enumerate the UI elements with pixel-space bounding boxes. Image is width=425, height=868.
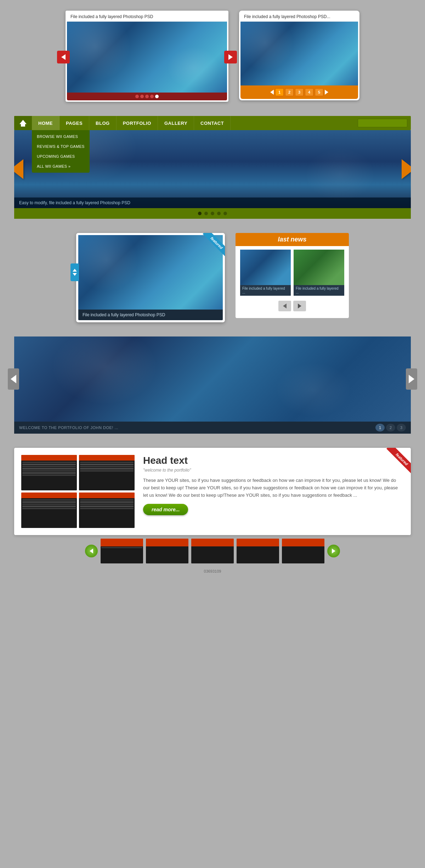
portfolio-ribbon: featured — [375, 448, 411, 483]
ss-line — [22, 508, 76, 509]
slider2-title: File included a fully layered Photoshop … — [240, 12, 358, 22]
nav-container: HOME PAGES BLOG PORTFOLIO GALLERY CONTAC… — [14, 116, 411, 219]
ss-line — [80, 470, 134, 472]
slider2-page-2[interactable]: 2 — [285, 88, 294, 96]
featured-slider: featured File included a fully layered P… — [76, 233, 225, 322]
nav-item-pages[interactable]: PAGES — [60, 116, 89, 130]
thumb-4-content — [237, 543, 279, 563]
featured-wrapper: featured File included a fully layered P… — [76, 233, 225, 322]
slider1-dot-5[interactable] — [155, 95, 159, 98]
nav-item-contact[interactable]: CONTACT — [194, 116, 231, 130]
wide-slider-prev-button[interactable] — [8, 368, 19, 390]
next-arrow-icon — [228, 54, 233, 60]
slider1-dot-4[interactable] — [150, 95, 154, 98]
dropdown-item-1[interactable]: BROWSE WII GAMES — [32, 132, 90, 141]
slider2-pagination: 1 2 3 4 5 — [240, 85, 358, 99]
ss-line — [80, 501, 134, 503]
ss-line — [80, 506, 134, 507]
ss-line — [80, 464, 134, 465]
nav-dot-2[interactable] — [204, 212, 208, 215]
nav-dot-4[interactable] — [217, 212, 221, 215]
slider2-page-1[interactable]: 1 — [275, 88, 284, 96]
wide-prev-icon — [11, 375, 16, 383]
slider1-title: File included a fully layered Photoshop … — [67, 12, 227, 22]
nav-prev-button[interactable] — [14, 159, 23, 179]
featured-prev-next-button[interactable] — [70, 263, 79, 281]
featured-ribbon: featured — [193, 233, 225, 265]
ctrl-down-icon — [73, 273, 77, 276]
nav-item-blog[interactable]: BLOG — [89, 116, 117, 130]
news-next-button[interactable] — [293, 301, 306, 311]
nav-search-input[interactable] — [358, 119, 407, 127]
thumb-1[interactable] — [101, 539, 143, 563]
screenshot-4[interactable] — [79, 493, 135, 528]
ctrl-up-icon — [73, 269, 77, 272]
slider2-page-4[interactable]: 4 — [305, 88, 313, 96]
screenshot-3[interactable] — [21, 493, 77, 528]
slider1-dot-3[interactable] — [145, 95, 149, 98]
thumb-2[interactable] — [146, 539, 188, 563]
news-thumbs: File included a fully layered ... File i… — [240, 250, 344, 296]
portfolio-text: Head text "welcome to the portfolio" The… — [143, 455, 404, 515]
slider1-dot-2[interactable] — [140, 95, 144, 98]
nav-item-gallery[interactable]: GALLERY — [158, 116, 194, 130]
thumb-2-content — [146, 543, 188, 563]
nav-home-button[interactable] — [14, 116, 32, 130]
ss-line — [80, 462, 134, 463]
nav-dot-5[interactable] — [223, 212, 227, 215]
last-news-wrapper: last news File included a fully layered … — [236, 233, 349, 318]
news-thumb-2-caption: File included a fully layered ... — [294, 285, 344, 296]
slider1-prev-button[interactable] — [57, 51, 70, 63]
row2-navigation: HOME PAGES BLOG PORTFOLIO GALLERY CONTAC… — [14, 116, 411, 219]
ss-line — [80, 503, 134, 505]
portfolio-body-text: These are YOUR sites, so if you have sug… — [143, 477, 404, 499]
screenshot-3-content — [21, 498, 77, 528]
thumb-header — [191, 543, 234, 546]
thumbs-prev-button[interactable] — [85, 545, 98, 557]
screenshot-2-content — [79, 461, 135, 490]
news-prev-button[interactable] — [278, 301, 291, 311]
dropdown-item-2[interactable]: REVIEWS & TOP GAMES — [32, 141, 90, 151]
nav-dots — [14, 208, 411, 219]
thumb-4[interactable] — [237, 539, 279, 563]
screenshot-1[interactable] — [21, 455, 77, 490]
wide-page-3[interactable]: 3 — [397, 424, 406, 432]
last-news-title: last news — [278, 236, 306, 243]
portfolio-ribbon-text: featured — [386, 448, 411, 475]
screenshot-2[interactable] — [79, 455, 135, 490]
slider2-page-5[interactable]: 5 — [315, 88, 323, 96]
slider2-next-button[interactable] — [325, 90, 328, 95]
slider2-prev-button[interactable] — [270, 90, 274, 95]
nav-bar: HOME PAGES BLOG PORTFOLIO GALLERY CONTAC… — [14, 116, 411, 130]
nav-search-area — [354, 116, 411, 130]
slider2-wrapper: File included a fully layered Photoshop … — [239, 11, 359, 100]
wide-slider: WELCOME TO THE PORTFOLIO OF JOHN DOE! ..… — [14, 336, 411, 434]
nav-item-home[interactable]: HOME — [32, 116, 60, 130]
news-thumb-1[interactable]: File included a fully layered ... — [240, 250, 291, 296]
thumbnails-bar — [14, 535, 411, 567]
wide-page-2[interactable]: 2 — [386, 424, 395, 432]
slider1-next-button[interactable] — [224, 51, 237, 63]
dropdown-item-4[interactable]: ALL WII GAMES » — [32, 161, 90, 171]
news-thumb-1-image — [240, 250, 291, 285]
slider1-dot-1[interactable] — [135, 95, 139, 98]
slider2: File included a fully layered Photoshop … — [239, 11, 359, 100]
slider2-page-3[interactable]: 3 — [295, 88, 304, 96]
thumbs-next-button[interactable] — [327, 545, 340, 557]
nav-dot-3[interactable] — [211, 212, 214, 215]
nav-dot-1[interactable] — [198, 212, 202, 215]
nav-next-button[interactable] — [402, 159, 411, 179]
portfolio-wrapper: featured — [14, 448, 411, 535]
nav-item-portfolio[interactable]: PORTFOLIO — [117, 116, 158, 130]
thumb-header — [146, 543, 188, 546]
tc-line — [101, 547, 142, 548]
wide-page-1[interactable]: 1 — [375, 424, 385, 432]
news-thumb-2[interactable]: File included a fully layered ... — [294, 250, 344, 296]
wide-slider-next-button[interactable] — [406, 368, 417, 390]
dropdown-item-3[interactable]: UPCOMING GAMES — [32, 151, 90, 161]
thumb-5[interactable] — [282, 539, 324, 563]
ss-line — [22, 464, 76, 465]
read-more-button[interactable]: read more... — [143, 504, 188, 515]
thumb-3[interactable] — [191, 539, 234, 563]
portfolio-head-text: Head text — [143, 455, 404, 466]
